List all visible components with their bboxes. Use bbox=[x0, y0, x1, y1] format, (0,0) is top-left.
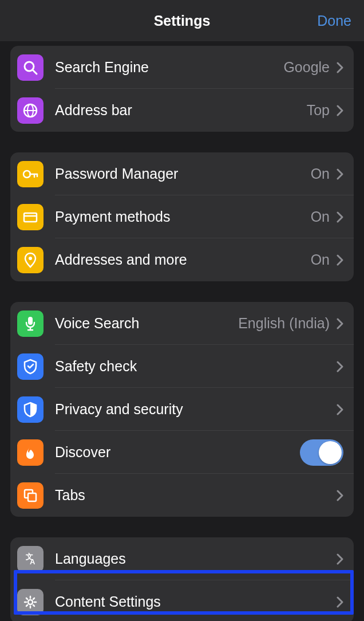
section-advanced: 文A Languages Content Settings bbox=[10, 537, 354, 621]
chevron-right-icon bbox=[337, 361, 343, 372]
section-search: Search Engine Google Address bar Top bbox=[10, 46, 354, 132]
tabs-icon bbox=[17, 482, 43, 509]
row-discover[interactable]: Discover bbox=[10, 431, 354, 474]
row-label: Content Settings bbox=[55, 594, 337, 610]
row-addresses-more[interactable]: Addresses and more On bbox=[10, 238, 354, 281]
row-languages[interactable]: 文A Languages bbox=[10, 537, 354, 580]
row-safety-check[interactable]: Safety check bbox=[10, 345, 354, 388]
svg-point-11 bbox=[29, 257, 32, 260]
toggle-knob bbox=[319, 441, 342, 464]
svg-text:A: A bbox=[30, 557, 35, 566]
section-autofill: Password Manager On Payment methods On A… bbox=[10, 152, 354, 281]
pin-icon bbox=[17, 247, 43, 273]
row-label: Payment methods bbox=[55, 209, 311, 225]
chevron-right-icon bbox=[337, 553, 343, 565]
chevron-right-icon bbox=[337, 211, 343, 223]
row-label: Addresses and more bbox=[55, 251, 311, 268]
row-voice-search[interactable]: Voice Search English (India) bbox=[10, 302, 354, 345]
chevron-right-icon bbox=[337, 168, 343, 180]
chevron-right-icon bbox=[337, 318, 343, 329]
row-value: On bbox=[311, 251, 330, 268]
row-search-engine[interactable]: Search Engine Google bbox=[10, 46, 354, 89]
chevron-right-icon bbox=[337, 62, 343, 73]
row-payment-methods[interactable]: Payment methods On bbox=[10, 195, 354, 238]
chevron-right-icon bbox=[337, 404, 343, 415]
row-label: Privacy and security bbox=[55, 401, 337, 418]
svg-rect-12 bbox=[28, 317, 33, 325]
chevron-right-icon bbox=[337, 105, 343, 116]
row-label: Discover bbox=[55, 444, 300, 461]
chevron-right-icon bbox=[337, 490, 343, 501]
row-label: Languages bbox=[55, 551, 337, 567]
row-privacy-security[interactable]: Privacy and security bbox=[10, 388, 354, 431]
row-label: Tabs bbox=[55, 487, 337, 504]
chevron-right-icon bbox=[337, 596, 343, 608]
settings-content: Search Engine Google Address bar Top Pas… bbox=[0, 46, 364, 621]
row-tabs[interactable]: Tabs bbox=[10, 474, 354, 517]
chevron-right-icon bbox=[337, 254, 343, 266]
mic-icon bbox=[17, 310, 43, 337]
row-label: Address bar bbox=[55, 102, 307, 119]
row-label: Safety check bbox=[55, 358, 337, 375]
translate-icon: 文A bbox=[17, 546, 43, 572]
row-value: On bbox=[311, 209, 330, 225]
row-value: Google bbox=[283, 59, 330, 76]
shield-check-icon bbox=[17, 353, 43, 380]
row-value: Top bbox=[307, 102, 330, 119]
done-button[interactable]: Done bbox=[317, 13, 351, 29]
discover-toggle[interactable] bbox=[300, 439, 343, 466]
key-icon bbox=[17, 161, 43, 187]
flame-icon bbox=[17, 439, 43, 466]
gear-icon bbox=[17, 589, 43, 615]
row-address-bar[interactable]: Address bar Top bbox=[10, 89, 354, 132]
shield-half-icon bbox=[17, 396, 43, 423]
row-password-manager[interactable]: Password Manager On bbox=[10, 152, 354, 195]
section-features: Voice Search English (India) Safety chec… bbox=[10, 302, 354, 517]
page-title: Settings bbox=[154, 13, 211, 29]
svg-rect-9 bbox=[24, 213, 37, 222]
svg-rect-16 bbox=[28, 493, 36, 501]
svg-point-19 bbox=[28, 600, 33, 604]
row-value: On bbox=[311, 166, 330, 182]
row-value: English (India) bbox=[238, 315, 330, 332]
search-icon bbox=[17, 54, 43, 81]
row-label: Search Engine bbox=[55, 59, 283, 76]
header-bar: Settings Done bbox=[0, 0, 364, 41]
row-label: Password Manager bbox=[55, 166, 311, 182]
card-icon bbox=[17, 204, 43, 230]
row-content-settings[interactable]: Content Settings bbox=[10, 580, 354, 621]
row-label: Voice Search bbox=[55, 315, 238, 332]
globe-icon bbox=[17, 97, 43, 124]
svg-line-1 bbox=[33, 70, 37, 74]
